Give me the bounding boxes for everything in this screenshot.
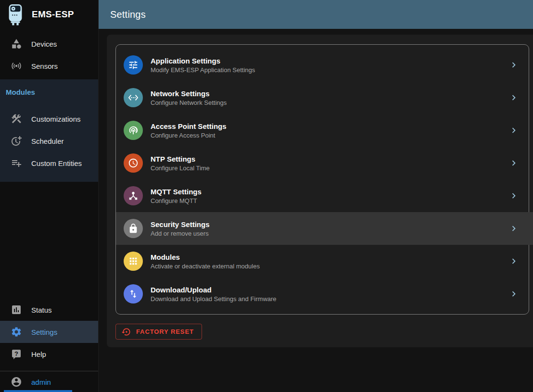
factory-reset-button[interactable]: FACTORY RESET [115, 324, 202, 340]
menu-item-text: Access Point Settings Configure Access P… [151, 122, 501, 139]
account-circle-icon [11, 376, 22, 388]
sidebar-item-sensors[interactable]: Sensors [0, 55, 98, 77]
menu-item-text: NTP Settings Configure Local Time [151, 155, 501, 172]
page-title: Settings [110, 9, 146, 20]
sidebar-modules-nav: Customizations Scheduler Custom Entities [0, 108, 98, 174]
menu-item-avatar [124, 186, 143, 205]
menu-item-avatar [124, 121, 143, 140]
device-hub-icon [128, 190, 139, 201]
app-window: EMS-ESP Devices Sensors Modules [0, 0, 533, 392]
sidebar-modules-section: Modules Customizations Scheduler [0, 79, 98, 182]
import-export-icon [128, 289, 139, 299]
menu-item-text: Modules Activate or deactivate external … [151, 253, 501, 270]
category-icon [11, 38, 22, 50]
menu-item-avatar [124, 55, 143, 75]
chevron-right-icon [508, 256, 519, 266]
settings-ethernet-icon [128, 92, 139, 103]
sidebar-item-scheduler[interactable]: Scheduler [0, 130, 98, 152]
help-icon [11, 348, 22, 360]
apps-icon [128, 256, 139, 266]
factory-reset-label: FACTORY RESET [136, 328, 194, 335]
settings-icon [11, 326, 22, 338]
more-time-icon [11, 135, 22, 147]
sidebar-item-devices[interactable]: Devices [0, 33, 98, 55]
sidebar-primary-nav: Devices Sensors [0, 29, 98, 77]
assessment-icon [11, 304, 22, 316]
settings-menu-card: Application Settings Modify EMS-ESP Appl… [115, 44, 529, 315]
menu-item-ntp-settings[interactable]: NTP Settings Configure Local Time [116, 147, 529, 179]
menu-item-text: MQTT Settings Configure MQTT [151, 188, 501, 204]
menu-item-avatar [124, 88, 143, 107]
sidebar-spacer [0, 182, 98, 299]
sidebar-item-customizations[interactable]: Customizations [0, 108, 98, 130]
menu-item-avatar [124, 252, 143, 271]
boiler-logo-icon [6, 3, 25, 25]
settings-backup-restore-icon [122, 327, 131, 337]
construction-icon [11, 113, 22, 125]
bottom-accent-bar [4, 390, 72, 392]
chevron-right-icon [508, 223, 519, 234]
sidebar: EMS-ESP Devices Sensors Modules [0, 0, 99, 392]
brand-header: EMS-ESP [0, 0, 98, 29]
menu-item-avatar [124, 153, 143, 173]
menu-item-security-settings[interactable]: Security Settings Add or remove users [116, 212, 529, 245]
modules-section-header: Modules [0, 86, 98, 108]
content-area: Application Settings Modify EMS-ESP Appl… [99, 29, 533, 392]
main-area: Settings Application Settings Modify EMS… [99, 0, 533, 392]
menu-item-network-settings[interactable]: Network Settings Configure Network Setti… [116, 81, 529, 114]
tune-icon [128, 60, 139, 70]
sidebar-bottom-nav: Status Settings Help [0, 299, 98, 365]
sidebar-item-status[interactable]: Status [0, 299, 98, 321]
menu-item-access-point-settings[interactable]: Access Point Settings Configure Access P… [116, 114, 529, 147]
chevron-right-icon [508, 190, 519, 201]
access-time-icon [128, 158, 139, 168]
wifi-tethering-icon [128, 125, 139, 136]
chevron-right-icon [508, 125, 519, 136]
app-bar: Settings [99, 0, 533, 29]
menu-item-mqtt-settings[interactable]: MQTT Settings Configure MQTT [116, 179, 529, 212]
sidebar-user[interactable]: admin [0, 372, 98, 392]
user-name: admin [31, 378, 51, 386]
chevron-right-icon [508, 158, 519, 168]
content-panel: Application Settings Modify EMS-ESP Appl… [107, 35, 533, 347]
menu-item-text: Application Settings Modify EMS-ESP Appl… [151, 57, 501, 74]
menu-item-download-upload[interactable]: Download/Upload Download and Upload Sett… [116, 278, 529, 310]
chevron-right-icon [508, 92, 519, 103]
brand-title: EMS-ESP [32, 9, 74, 20]
sidebar-divider [0, 371, 98, 371]
lock-icon [128, 223, 139, 234]
sidebar-item-custom-entities[interactable]: Custom Entities [0, 152, 98, 174]
menu-item-text: Download/Upload Download and Upload Sett… [151, 286, 501, 303]
playlist-add-icon [11, 157, 22, 169]
sidebar-item-help[interactable]: Help [0, 343, 98, 365]
chevron-right-icon [508, 60, 519, 70]
menu-item-avatar [124, 284, 143, 303]
menu-item-text: Security Settings Add or remove users [151, 220, 501, 237]
menu-item-avatar [124, 219, 143, 238]
menu-item-text: Network Settings Configure Network Setti… [151, 89, 501, 106]
chevron-right-icon [508, 289, 519, 299]
menu-item-application-settings[interactable]: Application Settings Modify EMS-ESP Appl… [116, 49, 529, 81]
menu-item-modules[interactable]: Modules Activate or deactivate external … [116, 245, 529, 278]
sidebar-item-settings[interactable]: Settings [0, 321, 98, 343]
sensors-icon [11, 60, 22, 72]
